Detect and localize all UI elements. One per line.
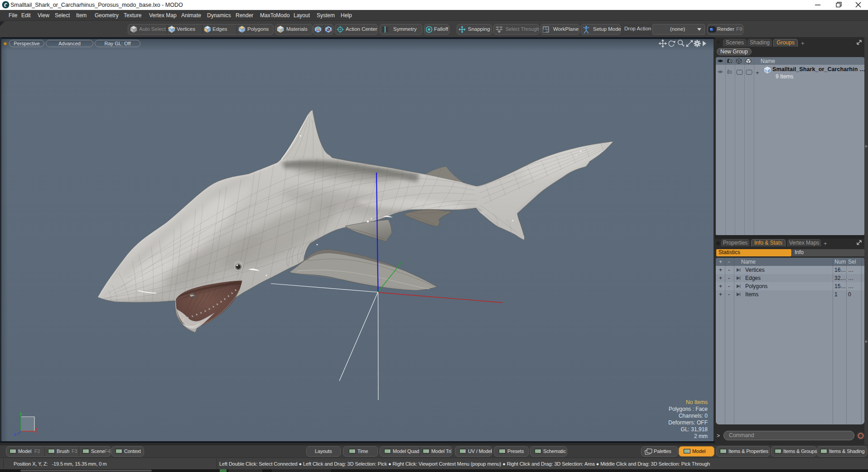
svg-text:Deformers: OFF: Deformers: OFF: [668, 419, 708, 426]
svg-text:x: x: [35, 426, 38, 431]
svg-text:2 mm: 2 mm: [694, 433, 708, 439]
svg-text:z: z: [14, 432, 16, 437]
svg-text:No Items: No Items: [686, 399, 708, 405]
svg-text:Channels: 0: Channels: 0: [679, 413, 708, 419]
svg-text:Polygons : Face: Polygons : Face: [669, 406, 708, 412]
svg-text:GL: 31,918: GL: 31,918: [681, 426, 708, 433]
